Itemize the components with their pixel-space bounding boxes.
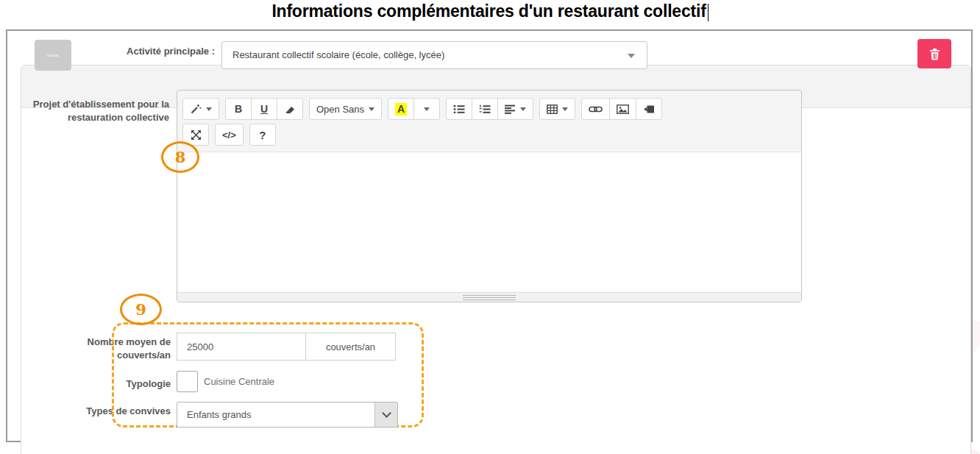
chevron-down-icon <box>520 107 526 111</box>
table-icon <box>547 104 558 114</box>
numbered-list-icon <box>479 104 491 114</box>
font-color-icon: A <box>395 103 407 116</box>
font-color-button[interactable]: A <box>388 98 414 120</box>
editor-field-label: Projet d'établissement pour la restaurat… <box>26 98 169 124</box>
activity-label: Activité principale : <box>74 46 215 57</box>
chevron-down-icon <box>562 107 568 111</box>
link-icon <box>589 105 603 113</box>
typology-option-label: Cuisine Centrale <box>204 376 274 387</box>
bold-button[interactable]: B <box>225 98 252 120</box>
unordered-list-button[interactable] <box>446 98 472 120</box>
collapse-button[interactable] <box>35 40 71 71</box>
font-family-button[interactable]: Open Sans <box>309 98 382 120</box>
chevron-down-icon <box>424 107 430 111</box>
video-button[interactable] <box>636 98 662 120</box>
covers-unit-addon: couverts/an <box>305 333 396 361</box>
resize-handle[interactable] <box>463 294 516 302</box>
chevron-down-icon <box>382 408 391 418</box>
page: Informations complémentaires d'un restau… <box>0 0 980 454</box>
richtext-editor: B U Open Sans A <box>177 90 802 302</box>
codeview-button[interactable]: </> <box>215 124 244 146</box>
align-icon <box>505 104 516 114</box>
underline-button[interactable]: U <box>251 98 277 120</box>
ordered-list-button[interactable] <box>472 98 498 120</box>
bold-icon: B <box>235 103 242 115</box>
link-button[interactable] <box>581 98 610 120</box>
guests-select-value: Enfants grands <box>177 402 374 427</box>
help-icon: ? <box>259 129 266 141</box>
paragraph-align-button[interactable] <box>497 98 533 120</box>
minus-icon <box>47 54 59 57</box>
underline-icon: U <box>260 103 268 115</box>
editor-toolbar: B U Open Sans A <box>177 91 801 152</box>
table-button[interactable] <box>539 98 575 120</box>
editor-content-area[interactable] <box>177 152 801 292</box>
bullet-list-icon <box>453 104 465 114</box>
eraser-icon <box>284 104 296 115</box>
image-button[interactable] <box>609 98 636 120</box>
chevron-down-icon <box>206 107 212 111</box>
activity-select[interactable]: Restaurant collectif scolaire (école, co… <box>221 41 647 69</box>
clear-format-button[interactable] <box>277 98 303 120</box>
page-title-text: Informations complémentaires d'un restau… <box>271 1 706 21</box>
text-cursor <box>708 4 709 21</box>
activity-select-value: Restaurant collectif scolaire (école, co… <box>222 42 647 68</box>
codeview-icon: </> <box>222 130 236 141</box>
font-color-dropdown[interactable] <box>413 98 440 120</box>
typology-checkbox[interactable] <box>177 371 198 392</box>
magic-wand-icon <box>190 103 202 115</box>
trash-icon <box>929 48 940 60</box>
guests-select[interactable]: Enfants grands <box>177 402 398 428</box>
editor-statusbar <box>177 292 801 302</box>
fullscreen-icon <box>191 130 202 141</box>
font-name-label: Open Sans <box>316 104 364 115</box>
style-button[interactable] <box>182 98 219 120</box>
covers-input-group: couverts/an <box>177 333 396 361</box>
help-button[interactable]: ? <box>249 124 276 146</box>
covers-input[interactable] <box>177 333 306 361</box>
guests-select-arrow <box>374 402 397 427</box>
delete-button[interactable] <box>917 39 951 68</box>
annotation-step-8: 8 <box>161 141 199 173</box>
chevron-down-icon <box>628 54 635 58</box>
chevron-down-icon <box>369 107 374 111</box>
image-icon <box>617 104 629 114</box>
page-title: Informations complémentaires d'un restau… <box>0 1 980 21</box>
annotation-step-9: 9 <box>120 294 162 325</box>
video-icon <box>643 104 655 114</box>
